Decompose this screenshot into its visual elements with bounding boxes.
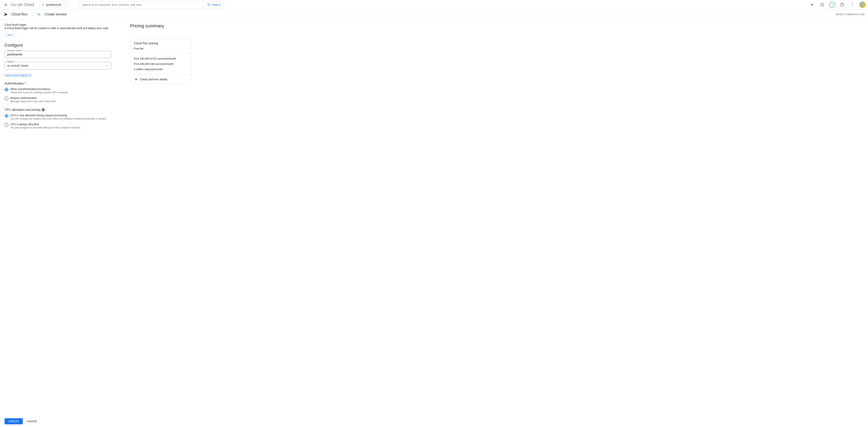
pricing-card-title: Cloud Run pricing	[134, 42, 187, 45]
more-vert-icon	[850, 3, 854, 7]
logo-cloud-text: Cloud	[24, 2, 34, 7]
cloud-build-trigger-heading: Cloud Build trigger	[5, 23, 111, 26]
radio-unselected-icon	[5, 123, 8, 127]
terminal-icon	[820, 3, 824, 7]
more-button[interactable]	[849, 1, 856, 8]
trial-count: 6	[832, 3, 833, 6]
search-input[interactable]	[80, 1, 204, 8]
cpu-allocation-heading: CPU allocation and pricing ?	[5, 108, 111, 111]
search-container: Search	[80, 1, 224, 8]
svg-point-7	[852, 5, 852, 6]
region-label: Region *	[6, 60, 17, 63]
pricing-summary-heading: Pricing summary	[130, 23, 191, 29]
authentication-heading: Authentication *	[5, 82, 111, 85]
edit-trigger-button[interactable]: EDIT	[5, 32, 16, 38]
region-help-link[interactable]: How to pick a region?	[5, 73, 31, 76]
product-name[interactable]: Cloud Run	[11, 12, 33, 17]
cloud-run-icon	[3, 11, 9, 18]
check-paid-tiers-link[interactable]: Check paid tiers details	[130, 75, 191, 84]
region-select[interactable]: us-central1 (Iowa)	[5, 62, 111, 69]
nav-menu-button[interactable]	[2, 1, 9, 8]
svg-rect-3	[821, 3, 824, 6]
pricing-free-tier: Free tier	[134, 47, 187, 50]
auth-allow-option[interactable]: Allow unauthenticated invocations Check …	[5, 88, 111, 94]
project-name: gohelloworld	[46, 3, 61, 6]
svg-point-5	[852, 3, 852, 4]
svg-point-6	[852, 4, 852, 5]
project-selector[interactable]: gohelloworld	[39, 2, 68, 8]
arrow-back-icon	[37, 12, 41, 17]
hamburger-icon	[4, 3, 8, 7]
arrow-right-icon	[134, 77, 137, 81]
region-value: us-central1 (Iowa)	[7, 64, 28, 67]
cpu-request-label: CPU is only allocated during request pro…	[10, 114, 107, 117]
service-name-label: Service name *	[6, 49, 23, 52]
svg-point-2	[42, 5, 43, 6]
radio-selected-icon	[5, 114, 8, 118]
radio-selected-icon	[5, 88, 8, 92]
pricing-item: 2 million requests/month	[134, 67, 187, 72]
auth-require-desc: Manage authorized users with Cloud IAM.	[10, 100, 56, 103]
back-button[interactable]	[35, 11, 43, 18]
svg-point-0	[42, 4, 43, 5]
help-tooltip-icon[interactable]: ?	[42, 108, 45, 111]
pricing-item: First 360,000 GiB-seconds/month	[134, 61, 187, 67]
google-cloud-logo[interactable]: Google Cloud	[11, 2, 34, 7]
logo-google-text: Google	[11, 2, 23, 7]
cpu-always-desc: You are charged for the entire lifecycle…	[10, 126, 81, 129]
pricing-item: First 180,000 vCPU-seconds/month	[134, 56, 187, 61]
page-title: Create service	[44, 12, 67, 17]
help-icon	[840, 3, 844, 7]
cloud-shell-button[interactable]	[819, 1, 826, 8]
gemini-button[interactable]	[809, 1, 815, 8]
sparkle-icon	[810, 3, 814, 7]
cpu-always-label: CPU is always allocated	[10, 123, 81, 126]
show-command-line-button[interactable]: SHOW COMMAND LINE	[836, 13, 865, 16]
cpu-request-desc: You are charged per request and only whe…	[10, 117, 107, 120]
user-avatar[interactable]	[859, 2, 866, 8]
free-trial-badge[interactable]: 6	[829, 2, 835, 8]
auth-allow-desc: Check this if you are creating a public …	[10, 91, 68, 94]
svg-point-1	[43, 4, 44, 5]
external-link-icon	[29, 74, 31, 76]
search-button[interactable]: Search	[204, 1, 224, 8]
auth-require-label: Require authentication	[10, 96, 56, 100]
project-icon	[42, 3, 44, 6]
search-button-label: Search	[212, 3, 220, 6]
cpu-always-option[interactable]: CPU is always allocated You are charged …	[5, 123, 111, 129]
radio-unselected-icon	[5, 97, 8, 100]
auth-require-option[interactable]: Require authentication Manage authorized…	[5, 96, 111, 103]
chevron-down-icon	[105, 64, 109, 67]
configure-heading: Configure	[5, 43, 111, 48]
auth-allow-label: Allow unauthenticated invocations	[10, 88, 68, 91]
chevron-down-icon	[62, 3, 66, 6]
search-icon	[207, 3, 211, 7]
help-button[interactable]	[839, 1, 845, 8]
pricing-card: Cloud Run pricing Free tier First 180,00…	[130, 38, 191, 84]
cloud-build-trigger-desc: A Cloud Build trigger will be created in…	[5, 27, 111, 30]
cpu-request-option[interactable]: CPU is only allocated during request pro…	[5, 114, 111, 120]
